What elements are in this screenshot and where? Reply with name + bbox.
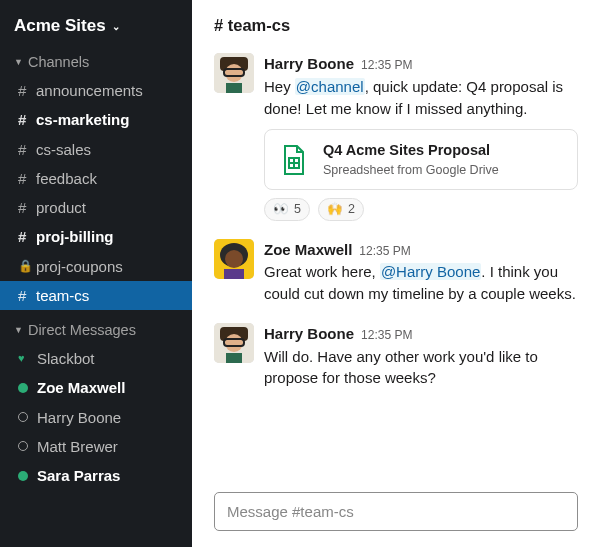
avatar[interactable] [214, 239, 254, 279]
channel-label: cs-marketing [36, 108, 129, 131]
hash-icon: # [18, 79, 36, 102]
sidebar-channel-cs-marketing[interactable]: #cs-marketing [0, 105, 192, 134]
presence-away-icon [18, 441, 28, 451]
sender-name[interactable]: Zoe Maxwell [264, 239, 352, 261]
dm-label: Zoe Maxwell [37, 376, 125, 399]
channel-label: proj-coupons [36, 255, 123, 278]
channels-label: Channels [28, 54, 89, 70]
reaction[interactable]: 👀5 [264, 198, 310, 220]
channel-label: announcements [36, 79, 143, 102]
app-root: Acme Sites ⌄ ▼ Channels #announcements#c… [0, 0, 600, 547]
sidebar-channel-proj-billing[interactable]: #proj-billing [0, 222, 192, 251]
svg-rect-11 [224, 269, 244, 279]
presence-active-icon [18, 471, 28, 481]
heart-icon: ♥ [18, 350, 28, 367]
sidebar-channel-product[interactable]: #product [0, 193, 192, 222]
sidebar-dm-matt-brewer[interactable]: Matt Brewer [0, 432, 192, 461]
sidebar-dm-slackbot[interactable]: ♥Slackbot [0, 344, 192, 373]
message-text: Hey @channel, quick update: Q4 proposal … [264, 76, 578, 120]
svg-point-14 [225, 334, 243, 352]
channel-label: team-cs [36, 284, 89, 307]
timestamp: 12:35 PM [361, 57, 412, 74]
caret-down-icon: ▼ [14, 57, 23, 67]
sidebar-channel-feedback[interactable]: #feedback [0, 164, 192, 193]
channel-label: proj-billing [36, 225, 113, 248]
sidebar-channel-announcements[interactable]: #announcements [0, 76, 192, 105]
timestamp: 12:35 PM [361, 327, 412, 344]
avatar[interactable] [214, 323, 254, 363]
presence-away-icon [18, 412, 28, 422]
sidebar-dm-sara-parras[interactable]: Sara Parras [0, 461, 192, 490]
reactions: 👀5🙌2 [264, 198, 578, 220]
channel-label: cs-sales [36, 138, 91, 161]
composer-wrap: Message #team-cs [192, 488, 600, 547]
chevron-down-icon: ⌄ [112, 21, 120, 32]
file-attachment[interactable]: Q4 Acme Sites ProposalSpreadsheet from G… [264, 129, 578, 190]
mention[interactable]: @Harry Boone [380, 263, 481, 280]
hash-icon: # [18, 108, 36, 131]
mention[interactable]: @channel [295, 78, 365, 95]
message: Zoe Maxwell12:35 PMGreat work here, @Har… [214, 239, 578, 305]
attachment-subtitle: Spreadsheet from Google Drive [323, 161, 499, 179]
hash-icon: # [18, 167, 36, 190]
sidebar-channel-team-cs[interactable]: #team-cs [0, 281, 192, 310]
message-text: Will do. Have any other work you'd like … [264, 346, 578, 390]
channel-title: # team-cs [192, 0, 600, 45]
reaction-emoji: 🙌 [327, 200, 343, 218]
dms-section-header[interactable]: ▼ Direct Messages [0, 316, 192, 344]
dm-label: Slackbot [37, 347, 95, 370]
channel-list: #announcements#cs-marketing#cs-sales#fee… [0, 76, 192, 310]
google-sheets-icon [277, 143, 311, 177]
attachment-title: Q4 Acme Sites Proposal [323, 140, 499, 161]
message: Harry Boone12:35 PMHey @channel, quick u… [214, 53, 578, 221]
presence-active-icon [18, 383, 28, 393]
sidebar-dm-zoe-maxwell[interactable]: Zoe Maxwell [0, 373, 192, 402]
sidebar: Acme Sites ⌄ ▼ Channels #announcements#c… [0, 0, 192, 547]
message-body: Zoe Maxwell12:35 PMGreat work here, @Har… [264, 239, 578, 305]
workspace-name: Acme Sites [14, 16, 106, 36]
caret-down-icon: ▼ [14, 325, 23, 335]
reaction-emoji: 👀 [273, 200, 289, 218]
reaction[interactable]: 🙌2 [318, 198, 364, 220]
svg-rect-4 [226, 83, 242, 93]
sidebar-channel-cs-sales[interactable]: #cs-sales [0, 135, 192, 164]
lock-icon: 🔒 [18, 257, 36, 276]
svg-rect-16 [226, 353, 242, 363]
timestamp: 12:35 PM [359, 243, 410, 260]
sidebar-dm-harry-boone[interactable]: Harry Boone [0, 403, 192, 432]
placeholder-text: Message #team-cs [227, 503, 354, 520]
svg-point-10 [225, 250, 243, 268]
channel-label: product [36, 196, 86, 219]
message-text: Great work here, @Harry Boone. I think y… [264, 261, 578, 305]
sender-name[interactable]: Harry Boone [264, 323, 354, 345]
channel-label: feedback [36, 167, 97, 190]
message-input[interactable]: Message #team-cs [214, 492, 578, 531]
sender-name[interactable]: Harry Boone [264, 53, 354, 75]
hash-icon: # [18, 284, 36, 307]
message-list: Harry Boone12:35 PMHey @channel, quick u… [192, 45, 600, 488]
channels-section-header[interactable]: ▼ Channels [0, 48, 192, 76]
dm-label: Sara Parras [37, 464, 120, 487]
message-body: Harry Boone12:35 PMWill do. Have any oth… [264, 323, 578, 389]
message: Harry Boone12:35 PMWill do. Have any oth… [214, 323, 578, 389]
hash-icon: # [18, 138, 36, 161]
svg-point-2 [225, 64, 243, 82]
hash-icon: # [18, 196, 36, 219]
workspace-switcher[interactable]: Acme Sites ⌄ [0, 10, 192, 48]
dms-label: Direct Messages [28, 322, 136, 338]
avatar[interactable] [214, 53, 254, 93]
dm-label: Harry Boone [37, 406, 121, 429]
dm-label: Matt Brewer [37, 435, 118, 458]
reaction-count: 2 [348, 200, 355, 218]
dm-list: ♥SlackbotZoe MaxwellHarry BooneMatt Brew… [0, 344, 192, 490]
hash-icon: # [18, 225, 36, 248]
sidebar-channel-proj-coupons[interactable]: 🔒proj-coupons [0, 252, 192, 281]
message-body: Harry Boone12:35 PMHey @channel, quick u… [264, 53, 578, 221]
reaction-count: 5 [294, 200, 301, 218]
main-panel: # team-cs Harry Boone12:35 PMHey @channe… [192, 0, 600, 547]
